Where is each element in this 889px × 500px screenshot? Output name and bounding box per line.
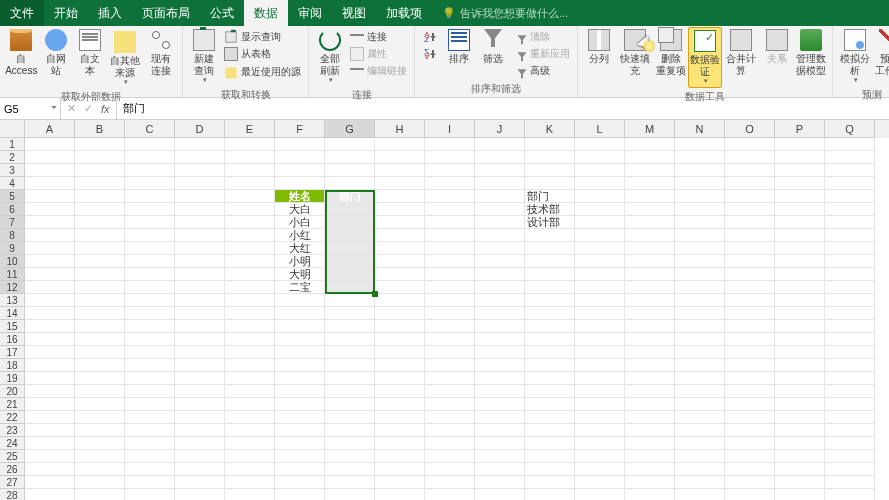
cell-J14[interactable]: [475, 307, 525, 320]
cell-I11[interactable]: [425, 268, 475, 281]
cell-N15[interactable]: [675, 320, 725, 333]
cell-D2[interactable]: [175, 151, 225, 164]
tab-data[interactable]: 数据: [244, 0, 288, 26]
cell-K16[interactable]: [525, 333, 575, 346]
cell-M17[interactable]: [625, 346, 675, 359]
cell-Q2[interactable]: [825, 151, 875, 164]
cell-B3[interactable]: [75, 164, 125, 177]
cell-C24[interactable]: [125, 437, 175, 450]
cell-I18[interactable]: [425, 359, 475, 372]
cell-K13[interactable]: [525, 294, 575, 307]
cell-E9[interactable]: [225, 242, 275, 255]
advanced-filter-button[interactable]: 高级: [510, 63, 573, 79]
cell-J1[interactable]: [475, 138, 525, 151]
cell-Q20[interactable]: [825, 385, 875, 398]
cell-E26[interactable]: [225, 463, 275, 476]
col-header-F[interactable]: F: [275, 120, 325, 138]
cell-D19[interactable]: [175, 372, 225, 385]
cell-L17[interactable]: [575, 346, 625, 359]
cell-E17[interactable]: [225, 346, 275, 359]
cell-H21[interactable]: [375, 398, 425, 411]
cell-M1[interactable]: [625, 138, 675, 151]
cell-O22[interactable]: [725, 411, 775, 424]
cell-C22[interactable]: [125, 411, 175, 424]
cell-F23[interactable]: [275, 424, 325, 437]
reapply-button[interactable]: 重新应用: [510, 46, 573, 62]
cell-F14[interactable]: [275, 307, 325, 320]
tell-me[interactable]: 💡 告诉我您想要做什么...: [442, 0, 568, 26]
cell-C4[interactable]: [125, 177, 175, 190]
cell-D3[interactable]: [175, 164, 225, 177]
from-table-button[interactable]: 从表格: [221, 46, 304, 62]
existing-conn-button[interactable]: 现有连接: [144, 27, 178, 78]
cell-Q3[interactable]: [825, 164, 875, 177]
cell-G2[interactable]: [325, 151, 375, 164]
cell-L4[interactable]: [575, 177, 625, 190]
cell-K23[interactable]: [525, 424, 575, 437]
cell-G11[interactable]: [325, 268, 375, 281]
cell-H14[interactable]: [375, 307, 425, 320]
cell-P1[interactable]: [775, 138, 825, 151]
cell-B17[interactable]: [75, 346, 125, 359]
cell-D11[interactable]: [175, 268, 225, 281]
cell-B26[interactable]: [75, 463, 125, 476]
cell-D17[interactable]: [175, 346, 225, 359]
col-header-H[interactable]: H: [375, 120, 425, 138]
cell-M21[interactable]: [625, 398, 675, 411]
cell-N28[interactable]: [675, 489, 725, 500]
formula-input[interactable]: 部门: [117, 98, 889, 119]
cell-I28[interactable]: [425, 489, 475, 500]
cell-G10[interactable]: [325, 255, 375, 268]
cell-M9[interactable]: [625, 242, 675, 255]
cell-E19[interactable]: [225, 372, 275, 385]
cell-D27[interactable]: [175, 476, 225, 489]
cell-G5[interactable]: 部门: [325, 190, 375, 203]
tab-addin[interactable]: 加载项: [376, 0, 432, 26]
cell-C19[interactable]: [125, 372, 175, 385]
cell-B13[interactable]: [75, 294, 125, 307]
cell-P2[interactable]: [775, 151, 825, 164]
cell-I22[interactable]: [425, 411, 475, 424]
cell-H15[interactable]: [375, 320, 425, 333]
cell-N14[interactable]: [675, 307, 725, 320]
cell-P21[interactable]: [775, 398, 825, 411]
row-header-20[interactable]: 20: [0, 385, 25, 398]
cell-N19[interactable]: [675, 372, 725, 385]
cell-E21[interactable]: [225, 398, 275, 411]
cell-K21[interactable]: [525, 398, 575, 411]
cell-B28[interactable]: [75, 489, 125, 500]
cell-O2[interactable]: [725, 151, 775, 164]
cell-L2[interactable]: [575, 151, 625, 164]
cell-F27[interactable]: [275, 476, 325, 489]
cell-O20[interactable]: [725, 385, 775, 398]
cell-L24[interactable]: [575, 437, 625, 450]
show-queries-button[interactable]: 显示查询: [221, 29, 304, 45]
cell-Q6[interactable]: [825, 203, 875, 216]
cell-J9[interactable]: [475, 242, 525, 255]
cell-M25[interactable]: [625, 450, 675, 463]
cell-N11[interactable]: [675, 268, 725, 281]
sort-button[interactable]: 排序: [442, 27, 476, 67]
cell-G17[interactable]: [325, 346, 375, 359]
row-header-19[interactable]: 19: [0, 372, 25, 385]
cell-L25[interactable]: [575, 450, 625, 463]
cells-area[interactable]: 姓名部门部门大白技术部小白设计部小红大红小明大明二宝: [25, 138, 889, 500]
cell-Q4[interactable]: [825, 177, 875, 190]
cell-G23[interactable]: [325, 424, 375, 437]
cell-O12[interactable]: [725, 281, 775, 294]
cell-L16[interactable]: [575, 333, 625, 346]
cell-K1[interactable]: [525, 138, 575, 151]
cell-D23[interactable]: [175, 424, 225, 437]
cell-A18[interactable]: [25, 359, 75, 372]
cell-M2[interactable]: [625, 151, 675, 164]
cell-C15[interactable]: [125, 320, 175, 333]
col-header-M[interactable]: M: [625, 120, 675, 138]
cell-D20[interactable]: [175, 385, 225, 398]
cell-A20[interactable]: [25, 385, 75, 398]
cell-B2[interactable]: [75, 151, 125, 164]
cell-P25[interactable]: [775, 450, 825, 463]
cell-D25[interactable]: [175, 450, 225, 463]
cell-I12[interactable]: [425, 281, 475, 294]
cell-O7[interactable]: [725, 216, 775, 229]
cell-M5[interactable]: [625, 190, 675, 203]
